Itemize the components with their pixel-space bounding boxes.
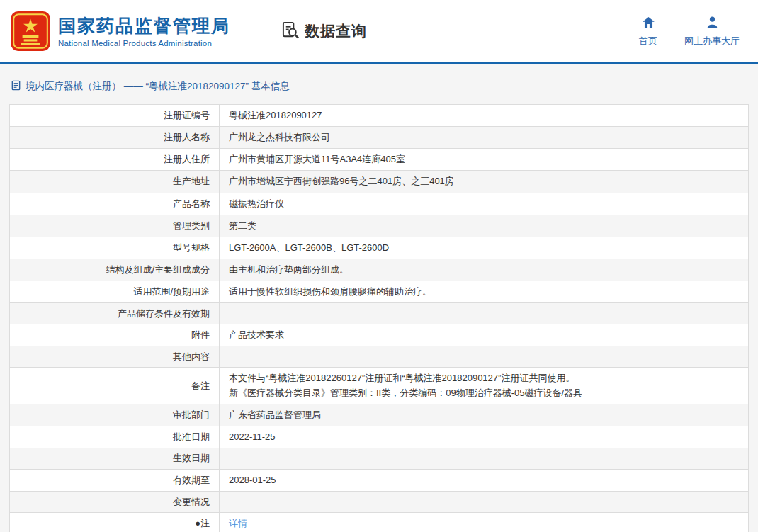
table-row: 注册证编号粤械注准20182090127 [10,105,749,127]
breadcrumb-text: 境内医疗器械（注册） —— “粤械注准20182090127” 基本信息 [26,80,290,93]
row-value: 广州龙之杰科技有限公司 [220,127,749,149]
row-value: 2022-11-25 [220,426,749,448]
row-value: 广州市黄埔区开源大道11号A3A4连廊405室 [220,149,749,171]
row-value: 磁振热治疗仪 [220,193,749,215]
row-value: 本文件与“粤械注准20182260127”注册证和“粤械注准2018209012… [220,368,749,404]
nav-home[interactable]: 首页 [639,16,657,47]
row-label: 变更情况 [10,492,220,513]
table-row: 产品名称磁振热治疗仪 [10,193,749,215]
data-query-label: 数据查询 [305,21,367,41]
detail-link[interactable]: 详情 [229,518,247,528]
table-row: 变更情况 [10,492,749,513]
table-row: 注册人住所广州市黄埔区开源大道11号A3A4连廊405室 [10,149,749,171]
row-value: 详情 [220,513,749,532]
table-row: 批准日期2022-11-25 [10,426,749,448]
nav-online-hall[interactable]: 网上办事大厅 [684,16,740,47]
table-row: 型号规格LGT-2600A、LGT-2600B、LGT-2600D [10,237,749,259]
row-label: 产品名称 [10,193,220,215]
row-label: 其他内容 [10,346,220,368]
agency-subtitle: National Medical Products Administration [58,39,230,47]
row-value [220,303,749,324]
person-icon [706,16,719,32]
table-row: 结构及组成/主要组成成分由主机和治疗垫两部分组成。 [10,259,749,281]
agency-titles: 国家药品监督管理局 National Medical Products Admi… [58,15,230,47]
national-emblem-logo [10,11,51,52]
row-value: 第二类 [220,215,749,237]
row-value [220,346,749,368]
home-icon [642,16,655,32]
row-label: 审批部门 [10,404,220,426]
row-value: 广东省药品监督管理局 [220,404,749,426]
data-query-title[interactable]: 数据查询 [281,21,367,43]
row-label: 注册人住所 [10,149,220,171]
row-value: 产品技术要求 [220,324,749,346]
table-row: ●注详情 [10,513,749,532]
table-row: 生效日期 [10,448,749,469]
row-label: 结构及组成/主要组成成分 [10,259,220,281]
table-row: 产品储存条件及有效期 [10,303,749,324]
row-value: 适用于慢性软组织损伤和颈肩腰腿痛的辅助治疗。 [220,281,749,303]
nav-online-hall-label: 网上办事大厅 [684,35,740,47]
row-label: 生效日期 [10,448,220,469]
row-label: 附件 [10,324,220,346]
row-value: 广州市增城区宁西街创强路96号之二401房、之三401房 [220,171,749,193]
site-header: 国家药品监督管理局 National Medical Products Admi… [0,0,758,62]
row-label: 备注 [10,368,220,404]
nav-home-label: 首页 [639,35,657,47]
row-label: 注册证编号 [10,105,220,127]
breadcrumb: 境内医疗器械（注册） —— “粤械注准20182090127” 基本信息 [11,80,749,93]
row-value [220,448,749,469]
table-row: 其他内容 [10,346,749,368]
row-label: 管理类别 [10,215,220,237]
row-label: 产品储存条件及有效期 [10,303,220,324]
agency-logo-block: 国家药品监督管理局 National Medical Products Admi… [10,11,230,52]
row-value: 粤械注准20182090127 [220,105,749,127]
registration-info-table: 注册证编号粤械注准20182090127注册人名称广州龙之杰科技有限公司注册人住… [9,104,749,532]
row-label: 适用范围/预期用途 [10,281,220,303]
row-label: 注册人名称 [10,127,220,149]
data-query-icon [281,21,300,43]
table-row: 附件产品技术要求 [10,324,749,346]
info-table-body: 注册证编号粤械注准20182090127注册人名称广州龙之杰科技有限公司注册人住… [10,105,749,532]
table-row: 注册人名称广州龙之杰科技有限公司 [10,127,749,149]
main-content: 境内医疗器械（注册） —— “粤械注准20182090127” 基本信息 注册证… [0,64,758,532]
agency-title: 国家药品监督管理局 [58,15,230,36]
table-row: 生产地址广州市增城区宁西街创强路96号之二401房、之三401房 [10,171,749,193]
row-label: 型号规格 [10,237,220,259]
row-label: 批准日期 [10,426,220,448]
row-value: 由主机和治疗垫两部分组成。 [220,259,749,281]
row-value: LGT-2600A、LGT-2600B、LGT-2600D [220,237,749,259]
table-row: 有效期至2028-01-25 [10,469,749,491]
row-label: 生产地址 [10,171,220,193]
document-icon [11,80,21,93]
row-value [220,492,749,513]
table-row: 审批部门广东省药品监督管理局 [10,404,749,426]
row-label: ●注 [10,513,220,532]
header-nav: 首页 网上办事大厅 [639,16,740,47]
table-row: 管理类别第二类 [10,215,749,237]
table-row: 备注本文件与“粤械注准20182260127”注册证和“粤械注准20182090… [10,368,749,404]
row-value: 2028-01-25 [220,469,749,491]
row-label: 有效期至 [10,469,220,491]
table-row: 适用范围/预期用途适用于慢性软组织损伤和颈肩腰腿痛的辅助治疗。 [10,281,749,303]
